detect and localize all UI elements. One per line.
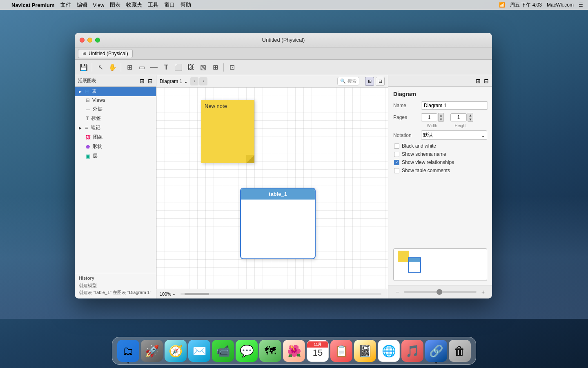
right-panel-icon-2[interactable]: ⊟ <box>484 78 489 84</box>
search-icon: 🔍 <box>340 79 346 84</box>
main-tab[interactable]: ⊞ Untitled (Physical) <box>78 49 133 58</box>
menu-view[interactable]: View <box>93 2 105 8</box>
add-image-button[interactable]: 🖼 <box>185 62 196 73</box>
checkbox-show-view-rel[interactable]: ✓ <box>394 160 399 165</box>
sidebar-item-arrow-table: ▶ <box>79 90 82 94</box>
dock-facetime[interactable]: 📹 <box>212 340 234 362</box>
diagram-chevron-icon: ⌄ <box>184 79 188 84</box>
checkbox-row-show-view-rel: ✓ Show view relationships <box>393 159 487 165</box>
sidebar-item-image[interactable]: 🖼 图象 <box>75 132 156 142</box>
checkbox-show-schema[interactable] <box>394 152 399 157</box>
mini-preview-note <box>398 251 409 262</box>
sidebar-item-tag[interactable]: T 标签 <box>75 114 156 123</box>
export-button[interactable]: ⊡ <box>226 62 238 73</box>
zoom-controls: − + <box>388 285 492 298</box>
sidebar-item-arrow-note: ▶ <box>79 126 82 130</box>
note-element[interactable]: New note <box>201 100 254 163</box>
maximize-button[interactable] <box>95 38 100 43</box>
table-element[interactable]: table_1 <box>240 188 316 259</box>
notation-select[interactable]: 默认 ⌄ <box>421 130 487 140</box>
pages-width-input[interactable] <box>421 113 437 121</box>
add-note-button[interactable]: ⬜ <box>173 62 184 73</box>
mini-preview-table <box>408 257 421 273</box>
zoom-level: 100% <box>160 292 171 296</box>
menu-diagram[interactable]: 图表 <box>110 1 120 9</box>
pages-width-stepper-btn[interactable]: ▲▼ <box>438 113 444 122</box>
diagram-name-selector[interactable]: Diagram 1 ⌄ <box>160 79 188 84</box>
menu-tools[interactable]: 工具 <box>148 1 158 9</box>
dock-messages[interactable]: 💬 <box>236 340 258 362</box>
right-panel-icon-1[interactable]: ⊞ <box>476 78 481 84</box>
diagram-footer: 100% ⌄ <box>156 289 388 298</box>
add-rect-button[interactable]: ▭ <box>136 62 147 73</box>
zoom-scrollbar[interactable] <box>180 293 381 295</box>
dock-maps[interactable]: 🗺 <box>259 340 281 362</box>
dock-calendar[interactable]: 11月 15 <box>307 340 329 362</box>
add-line-button[interactable]: — <box>148 62 160 73</box>
save-button[interactable]: 💾 <box>78 62 89 73</box>
sidebar-item-label-fk: 外键 <box>93 105 102 112</box>
dock-trash[interactable]: 🗑 <box>449 340 471 362</box>
sidebar-item-views[interactable]: ⊟ Views <box>75 96 156 104</box>
diagram-view-btn-1[interactable]: ⊞ <box>365 77 374 86</box>
toolbar: 💾 ↖ ✋ ⊞ ▭ — T ⬜ 🖼 ▧ ⊞ ⊡ <box>75 60 492 75</box>
zoom-in-button[interactable]: + <box>479 288 487 296</box>
dock-notes[interactable]: 📓 <box>354 340 376 362</box>
menu-favorites[interactable]: 收藏夾 <box>126 1 142 9</box>
menu-edit[interactable]: 编辑 <box>77 1 87 9</box>
minimize-button[interactable] <box>87 38 92 43</box>
mini-preview <box>393 248 487 281</box>
add-layer-button[interactable]: ▧ <box>197 62 209 73</box>
zoom-select[interactable]: 100% ⌄ <box>160 291 176 296</box>
sidebar-item-shape[interactable]: ⬟ 形状 <box>75 142 156 151</box>
diagram-view-buttons: ⊞ ⊟ <box>365 77 385 86</box>
name-input[interactable] <box>421 101 488 110</box>
pages-height-input[interactable] <box>450 113 467 121</box>
dock-finder[interactable]: 🗂 <box>117 340 139 362</box>
sidebar-view-icon-1[interactable]: ⊞ <box>140 78 145 84</box>
dock-reminders[interactable]: 📋 <box>330 340 352 362</box>
menu-help[interactable]: 幫助 <box>180 1 191 9</box>
menu-window[interactable]: 窗口 <box>164 1 175 9</box>
menu-icon[interactable]: ☰ <box>579 2 583 8</box>
dock-safari[interactable]: 🧭 <box>165 340 187 362</box>
diagram-nav-buttons: ‹ › <box>190 77 207 85</box>
zoom-slider-track[interactable] <box>404 291 477 293</box>
add-table-button[interactable]: ⊞ <box>124 62 135 73</box>
dock-navicat[interactable]: 🔗 <box>425 340 447 362</box>
dock-launchpad[interactable]: 🚀 <box>141 340 163 362</box>
sidebar-item-note[interactable]: ▶ ≡ 笔记 <box>75 123 156 132</box>
diagram-next-button[interactable]: › <box>199 77 207 85</box>
dock-photos[interactable]: 🌺 <box>283 340 305 362</box>
diagram-prev-button[interactable]: ‹ <box>190 77 198 85</box>
sidebar-item-fk[interactable]: — 外键 <box>75 104 156 114</box>
app-name[interactable]: Navicat Premium <box>11 2 55 8</box>
add-grid-button[interactable]: ⊞ <box>209 62 221 73</box>
zoom-chevron-icon: ⌄ <box>172 291 176 296</box>
checkbox-show-table-comments[interactable] <box>394 168 399 173</box>
diagram-view-btn-2[interactable]: ⊟ <box>376 77 385 86</box>
dock-music[interactable]: 🎵 <box>401 340 423 362</box>
diagram-canvas[interactable]: New note table_1 <box>156 88 388 289</box>
checkbox-row-black-white: Black and white <box>393 143 487 149</box>
sidebar-header-icons: ⊞ ⊟ <box>140 78 153 84</box>
checkbox-black-white[interactable] <box>394 144 399 149</box>
select-tool-button[interactable]: ↖ <box>95 62 106 73</box>
hand-tool-button[interactable]: ✋ <box>107 62 118 73</box>
close-button[interactable] <box>80 38 85 43</box>
add-text-button[interactable]: T <box>160 62 172 73</box>
zoom-slider-thumb[interactable] <box>437 289 442 295</box>
pages-height-stepper-btn[interactable]: ▲▼ <box>468 113 473 122</box>
sidebar-view-icon-2[interactable]: ⊟ <box>148 78 153 84</box>
menu-file[interactable]: 文件 <box>60 1 71 9</box>
sidebar-item-table[interactable]: ▶ ⊞ 表 <box>75 87 156 96</box>
sidebar-item-layer[interactable]: ▣ 层 <box>75 151 156 161</box>
dock-chrome[interactable]: 🌐 <box>378 340 400 362</box>
zoom-out-button[interactable]: − <box>393 288 401 296</box>
dock-mail[interactable]: ✉️ <box>188 340 210 362</box>
tab-label: Untitled (Physical) <box>89 51 128 56</box>
history-item-1: 创建模型 <box>79 282 152 289</box>
zoom-scrollbar-thumb[interactable] <box>185 293 209 295</box>
mini-preview-table-header <box>409 258 420 262</box>
diagram-search[interactable]: 🔍 搜索 <box>337 77 359 85</box>
